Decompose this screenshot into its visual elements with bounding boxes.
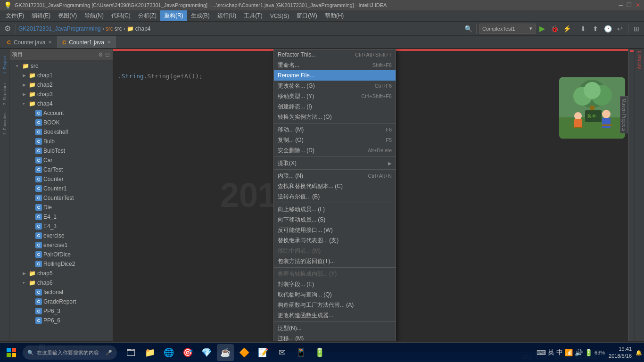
tree-e41[interactable]: C E4_1 [9, 212, 113, 222]
coverage-button[interactable]: ⚡ [561, 23, 572, 34]
vcs-commit[interactable]: ⬆ [590, 23, 601, 34]
panel-header-icons[interactable]: ⚙ ⊟ [98, 51, 110, 58]
taskbar-app-task-view[interactable]: 🗔 [123, 344, 140, 361]
title-bar-controls[interactable]: ─ ❐ ✕ [619, 2, 640, 8]
start-button[interactable] [2, 344, 21, 361]
taskbar-app-7[interactable]: 📱 [292, 344, 309, 361]
taskbar-app-5[interactable]: 📝 [255, 344, 272, 361]
ctx-copy[interactable]: 复制... (O) F5 [274, 135, 396, 145]
run-button[interactable]: ▶ [537, 23, 548, 34]
src-label[interactable]: src [106, 25, 113, 32]
ctx-move[interactable]: 移动... (M) F6 [274, 124, 396, 135]
ctx-migrate[interactable]: 迁移... (M) [274, 333, 396, 341]
taskbar-app-3[interactable]: ☕ [217, 344, 234, 361]
tree-book[interactable]: C BOOK [9, 118, 113, 127]
tree-e43[interactable]: C E4_3 [9, 222, 113, 231]
ctx-wrap-return[interactable]: 包装方法的返回值(T)... [274, 256, 396, 266]
ime-icon[interactable]: 中 [556, 348, 563, 357]
editor-area[interactable]: .String.String(getA()); 20172304 [113, 49, 635, 341]
tree-exercise[interactable]: C exercise [9, 231, 113, 240]
tree-chap2[interactable]: ▶ 📁 chap2 [9, 80, 113, 90]
tree-rollingdice2[interactable]: C RollingDice2 [9, 259, 113, 269]
minimize-button[interactable]: ─ [619, 2, 623, 8]
battery-icon[interactable]: 🔋 [585, 349, 593, 356]
menu-refactor[interactable]: 重构(R) [160, 10, 187, 21]
tree-countertest[interactable]: C CounterTest [9, 193, 113, 203]
menu-vcs[interactable]: VCS(S) [266, 10, 293, 21]
taskbar-app-edge[interactable]: 🌐 [160, 344, 177, 361]
ctx-use-interface[interactable]: 反可能使用接口... (W) [274, 225, 396, 235]
tree-pairofdice[interactable]: C PairOfDice [9, 250, 113, 259]
taskbar-app-2[interactable]: 💎 [198, 344, 215, 361]
taskbar-search[interactable]: 🔍 在这里输入你要搜索的内容 🎤 [23, 346, 117, 360]
ctx-replace-inherit[interactable]: 替换继承与代表图... (支) [274, 235, 396, 246]
ctx-replace-temp[interactable]: 取代临时与查询... (Q) [274, 289, 396, 300]
breadcrumb[interactable]: GK20172301_JavaProgramming › src src › 📁… [18, 25, 150, 32]
tree-bulbtest[interactable]: C BulbTest [9, 146, 113, 156]
tab-close-counter[interactable]: ✕ [48, 40, 52, 45]
ctx-extract[interactable]: 提取(X) ▶ [274, 158, 396, 168]
network-icon[interactable]: 📶 [565, 349, 573, 356]
tree-chap3[interactable]: ▶ 📁 chap3 [9, 90, 113, 99]
tab-counter[interactable]: C Counter.java ✕ [2, 36, 57, 48]
taskbar-app-1[interactable]: 🎯 [179, 344, 196, 361]
ctx-invert-bool[interactable]: 逆转布尔值... (B) [274, 191, 396, 202]
toolbar-settings[interactable]: ⚙ [2, 23, 13, 34]
ctx-encapsulate[interactable]: 封装字段... (E) [274, 279, 396, 289]
toolbar-search[interactable]: 🔍 [462, 23, 474, 34]
tree-chap6[interactable]: ▾ 📁 chap6 [9, 278, 113, 288]
tree-counter1[interactable]: C Counter1 [9, 184, 113, 193]
tab-counter1[interactable]: C Counter1.java ✕ [57, 36, 116, 48]
ctx-rename[interactable]: 重命名... Shift+F6 [274, 60, 396, 70]
maximize-button[interactable]: ❐ [627, 2, 632, 8]
ant-build-icon[interactable]: Ant build [636, 49, 643, 71]
tree-pp66[interactable]: C PP6_6 [9, 316, 113, 325]
ctx-generify[interactable]: 泛型(N)... [274, 323, 396, 333]
tree-die[interactable]: C Die [9, 203, 113, 212]
debug-button[interactable]: 🐞 [549, 23, 560, 34]
tab-close-counter1[interactable]: ✕ [107, 40, 111, 45]
ctx-convert-instance[interactable]: 转换为实例方法... (O) [274, 112, 396, 122]
ctx-inline[interactable]: 内联... (N) Ctrl+Alt+N [274, 171, 396, 181]
notifications-icon[interactable]: 🔔 [636, 350, 642, 356]
menu-build[interactable]: 生成(B) [187, 10, 214, 21]
tree-account[interactable]: C Account [9, 108, 113, 118]
taskbar-app-6[interactable]: ✉ [273, 344, 290, 361]
tree-car[interactable]: C Car [9, 156, 113, 165]
keyboard-icon[interactable]: ⌨ [537, 349, 546, 356]
taskbar-app-explorer[interactable]: 📁 [141, 344, 158, 361]
tree-chap5[interactable]: ▶ 📁 chap5 [9, 269, 113, 278]
ctx-push-down[interactable]: 向下移动成员... (S) [274, 214, 396, 225]
context-menu[interactable]: Refactor This... Ctrl+Alt+Shift+T 重命名...… [273, 49, 396, 341]
tree-gradereport[interactable]: C GradeReport [9, 297, 113, 306]
menu-code[interactable]: 代码(C) [107, 10, 134, 21]
tree-pp63[interactable]: C PP6_3 [9, 306, 113, 316]
menu-view[interactable]: 视图(V) [54, 10, 81, 21]
menu-analyze[interactable]: 分析(Z) [134, 10, 160, 21]
tree-src[interactable]: ▾ 📁 src [9, 61, 113, 71]
sidebar-favorites-icon[interactable]: 2: Favorites [0, 109, 9, 138]
taskbar-app-4[interactable]: 🔶 [236, 344, 253, 361]
tree-chap1[interactable]: ▶ 📁 chap1 [9, 71, 113, 80]
ctx-create-static[interactable]: 创建静态... (I) [274, 101, 396, 112]
ctx-safe-delete[interactable]: 安全删除... (D) Alt+Delete [274, 145, 396, 156]
tree-bulb[interactable]: C Bulb [9, 137, 113, 146]
ctx-refactor-this[interactable]: Refactor This... Ctrl+Alt+Shift+T [274, 49, 396, 60]
vcs-update[interactable]: ⬇ [578, 23, 589, 34]
ctx-rename-file[interactable]: Rename File... [274, 70, 396, 81]
close-button[interactable]: ✕ [636, 2, 640, 8]
panel-expand-icon[interactable]: ⊟ [105, 51, 110, 58]
ctx-change-sig[interactable]: 更改签名... (G) Ctrl+F6 [274, 81, 396, 91]
tree-exercise1[interactable]: C exercise1 [9, 240, 113, 250]
menu-file[interactable]: 文件(F) [2, 10, 28, 21]
tree-cartest[interactable]: C CarTest [9, 165, 113, 174]
lang-icon[interactable]: 英 [548, 348, 554, 357]
menu-window[interactable]: 窗口(W) [293, 10, 321, 21]
layout-button[interactable]: ⊞ [631, 23, 642, 34]
tree-chap4[interactable]: ▾ 📁 chap4 [9, 99, 113, 108]
taskbar-clock[interactable]: 19:41 2018/5/16 [609, 346, 632, 360]
menu-help[interactable]: 帮助(H) [321, 10, 348, 21]
sidebar-project-icon[interactable]: 1: Project [0, 51, 9, 79]
taskbar-app-8[interactable]: 🔋 [311, 344, 328, 361]
vcs-revert[interactable]: ↩ [614, 23, 626, 34]
